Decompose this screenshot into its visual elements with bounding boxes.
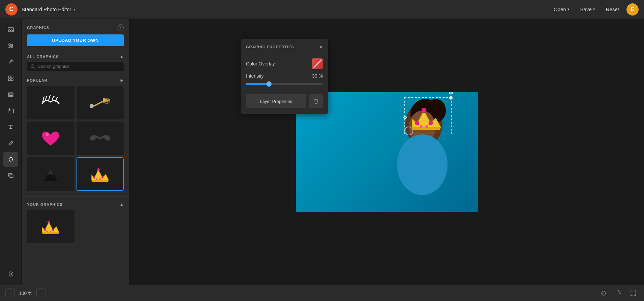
color-overlay-swatch[interactable] (312, 58, 323, 69)
save-button[interactable]: Save ▾ (577, 4, 599, 14)
svg-rect-14 (11, 79, 13, 81)
grid-view-icon[interactable]: ⊞ (120, 78, 124, 83)
all-graphics-label: ALL GRAPHICS (27, 55, 59, 59)
intensity-row: Intensity 30 % (241, 73, 328, 90)
svg-point-23 (31, 64, 34, 67)
search-bar[interactable] (27, 62, 124, 71)
logo-icon: C (5, 3, 18, 16)
graphic-item-heart[interactable] (27, 121, 74, 155)
svg-point-28 (93, 176, 95, 179)
search-icon (30, 64, 35, 69)
your-graphics-section: YOUR GRAPHICS ▲ (22, 196, 129, 249)
sidebar-icon-layers[interactable] (3, 87, 18, 102)
intensity-value: 30 % (312, 73, 323, 79)
svg-point-34 (52, 229, 54, 231)
canvas-area: GRAPHIC PROPERTIES × Color Overlay Inten… (129, 19, 644, 285)
fullscreen-button[interactable] (628, 288, 639, 299)
svg-point-35 (50, 230, 52, 232)
panel-header: GRAPHICS ? (22, 19, 129, 34)
settings-icon[interactable] (3, 267, 18, 281)
svg-point-7 (9, 47, 11, 48)
svg-rect-15 (8, 93, 13, 94)
svg-point-22 (10, 273, 12, 275)
open-button[interactable]: Open ▾ (550, 4, 573, 14)
rotation-handle-side[interactable] (403, 116, 407, 119)
svg-point-29 (101, 176, 103, 179)
svg-line-37 (314, 60, 321, 67)
svg-point-24 (90, 104, 94, 108)
svg-rect-12 (11, 76, 13, 78)
reset-button[interactable]: Reset (603, 4, 622, 14)
svg-rect-16 (8, 94, 13, 95)
sidebar-icon-pen[interactable] (3, 136, 18, 150)
color-overlay-row: Color Overlay (241, 54, 328, 73)
svg-rect-13 (8, 79, 10, 81)
app-title-label: Standard Photo Editor (22, 6, 71, 12)
zoom-in-button[interactable]: + (36, 289, 46, 298)
topbar: C Standard Photo Editor ▾ Open ▾ Save ▾ … (0, 0, 644, 19)
handle-top-right[interactable] (449, 96, 453, 100)
graphic-item-eyelashes[interactable] (27, 86, 74, 119)
svg-rect-11 (8, 76, 10, 78)
svg-point-33 (44, 229, 46, 231)
svg-point-5 (9, 44, 10, 46)
all-graphics-section-header: ALL GRAPHICS ▲ (22, 52, 129, 62)
svg-point-32 (48, 221, 50, 223)
svg-point-36 (47, 230, 48, 232)
graphic-item-arrow[interactable] (76, 86, 124, 119)
color-overlay-label: Color Overlay (246, 61, 275, 66)
zoom-out-button[interactable]: − (5, 289, 15, 298)
svg-point-30 (99, 178, 101, 180)
svg-point-9 (11, 59, 12, 60)
main-area: GRAPHICS ? UPLOAD YOUR OWN ALL GRAPHICS … (0, 19, 644, 285)
svg-point-44 (397, 134, 448, 195)
graphic-item-mountain[interactable] (27, 157, 74, 191)
sidebar-icon-grid[interactable] (3, 71, 18, 86)
svg-point-27 (97, 168, 100, 171)
sidebar-icon-images[interactable] (3, 22, 18, 37)
svg-point-8 (12, 60, 13, 61)
your-graphics-header: YOUR GRAPHICS ▲ (22, 199, 129, 210)
your-graphics-grid (22, 210, 129, 249)
upload-your-own-button[interactable]: UPLOAD YOUR OWN (27, 34, 124, 46)
sidebar-icon-graphics[interactable] (3, 152, 18, 167)
search-input[interactable] (38, 64, 120, 69)
sidebar-icon-adjustments[interactable] (3, 38, 18, 53)
redo-button[interactable] (613, 288, 624, 299)
sidebar-icon-magic[interactable] (3, 55, 18, 70)
all-graphics-chevron[interactable]: ▲ (120, 54, 124, 59)
popular-graphics-grid (22, 86, 129, 196)
icon-sidebar (0, 19, 22, 285)
popular-section-header: Popular ⊞ (22, 75, 129, 86)
sidebar-icon-text[interactable] (3, 119, 18, 134)
sidebar-icon-layers2[interactable] (3, 168, 18, 183)
graphic-properties-popup: GRAPHIC PROPERTIES × Color Overlay Inten… (241, 39, 328, 114)
intensity-slider-container (246, 81, 323, 87)
rotation-handle[interactable] (449, 92, 453, 94)
graphic-item-crown-selected[interactable] (76, 157, 124, 191)
svg-rect-21 (10, 175, 13, 177)
your-graphics-label: YOUR GRAPHICS (27, 202, 63, 207)
graphic-item-your-crown[interactable] (27, 210, 74, 243)
help-icon[interactable]: ? (117, 24, 124, 31)
bottom-bar: − 100 % + (0, 285, 644, 301)
graphics-panel: GRAPHICS ? UPLOAD YOUR OWN ALL GRAPHICS … (22, 19, 129, 285)
intensity-label: Intensity (246, 73, 264, 79)
panel-title: GRAPHICS (27, 26, 49, 30)
user-avatar[interactable]: E (626, 3, 639, 16)
prop-popup-title: GRAPHIC PROPERTIES (246, 45, 294, 49)
svg-rect-17 (8, 95, 13, 97)
app-title-chevron: ▾ (73, 7, 75, 12)
layer-properties-button[interactable]: Layer Properties (246, 94, 306, 108)
svg-rect-0 (8, 28, 13, 32)
prop-close-button[interactable]: × (319, 44, 323, 50)
svg-rect-18 (8, 109, 13, 113)
delete-button[interactable] (309, 94, 323, 108)
undo-button[interactable] (598, 288, 609, 299)
sidebar-icon-photo[interactable] (3, 103, 18, 118)
svg-point-31 (96, 178, 97, 180)
app-title-dropdown[interactable]: Standard Photo Editor ▾ (22, 6, 75, 12)
popular-label: Popular (27, 78, 48, 82)
your-graphics-chevron[interactable]: ▲ (120, 202, 124, 207)
graphic-item-mustache[interactable] (76, 121, 124, 155)
